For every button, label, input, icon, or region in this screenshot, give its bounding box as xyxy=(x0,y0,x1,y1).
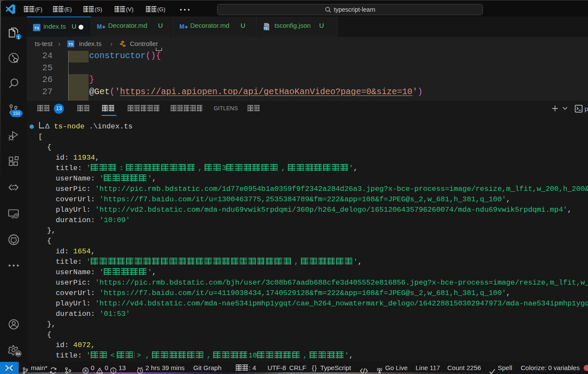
svg-text:M: M xyxy=(97,23,102,30)
svg-text:TS: TS xyxy=(264,27,268,30)
svg-text:TS: TS xyxy=(69,42,73,46)
svg-text:TS: TS xyxy=(34,26,40,30)
svg-text:M: M xyxy=(179,23,185,30)
